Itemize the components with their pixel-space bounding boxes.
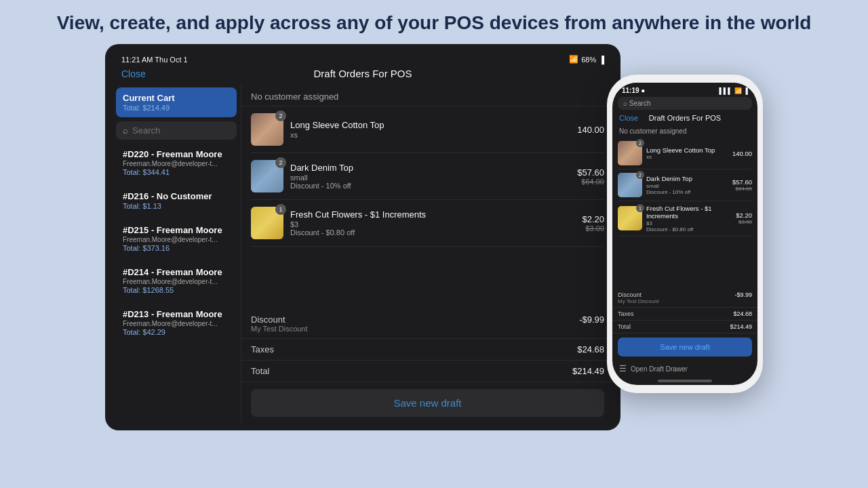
item-discount-label: Discount - 10% off <box>290 182 570 190</box>
menu-icon: ☰ <box>619 364 627 373</box>
item-original-price: $3.00 <box>582 224 604 232</box>
phone-total-value: $214.49 <box>730 323 752 330</box>
item-image-wrap: 2 <box>251 160 283 192</box>
phone-item-img-wrap: 2 <box>618 173 642 197</box>
item-price: 140.00 <box>577 125 604 135</box>
tablet-sidebar: Current Cart Total: $214.49 ⌕ #D220 - Fr… <box>112 85 241 424</box>
phone-discount-sub: My Test Discount <box>618 298 659 304</box>
phone-item-badge: 2 <box>636 171 644 179</box>
sidebar-item-total: Total: $1268.55 <box>123 286 230 294</box>
sidebar-item-email: Freeman.Moore@developer-t... <box>123 160 230 167</box>
sidebar-item-name: #D220 - Freeman Moore <box>123 149 230 159</box>
sidebar-item-name: #D214 - Freeman Moore <box>123 267 230 277</box>
item-name: Fresh Cut Flowers - $1 Increments <box>290 209 575 220</box>
phone-item-details: Long Sleeve Cotton Top xs <box>646 146 728 160</box>
search-icon: ⌕ <box>123 125 128 136</box>
phone-item-original-price: $64.00 <box>732 186 752 192</box>
phone-save-new-draft-button[interactable]: Save new draft <box>618 338 752 357</box>
phone-title: Draft Orders For POS <box>649 114 721 122</box>
wifi-icon: 📶 <box>569 55 578 64</box>
tablet-close-button[interactable]: Close <box>121 68 146 79</box>
tablet-status-bar: 11:21 AM Thu Oct 1 📶 68% ▐ <box>112 51 614 66</box>
sidebar-item-name: Current Cart <box>123 93 230 103</box>
sidebar-item-name: #D213 - Freeman Moore <box>123 309 230 319</box>
sidebar-item-d213[interactable]: #D213 - Freeman Moore Freeman.Moore@deve… <box>116 304 237 342</box>
list-item: 1 Fresh Cut Flowers - $1 Increments $3 D… <box>618 201 752 237</box>
taxes-value: $24.68 <box>577 344 604 354</box>
discount-value: -$9.99 <box>579 314 604 333</box>
item-details: Dark Denim Top small Discount - 10% off <box>290 163 570 190</box>
search-icon: ⌕ <box>623 100 629 107</box>
phone-close-button[interactable]: Close <box>619 114 638 122</box>
phone-discount-row: Discount My Test Discount -$9.99 <box>612 289 757 308</box>
item-image-wrap: 1 <box>251 207 283 239</box>
taxes-row: Taxes $24.68 <box>241 339 614 361</box>
discount-row: Discount My Test Discount -$9.99 <box>241 309 614 339</box>
tablet-title: Draft Orders For POS <box>313 68 412 79</box>
sidebar-item-total: Total: $344.41 <box>123 168 230 176</box>
sidebar-item-d215[interactable]: #D215 - Freeman Moore Freeman.Moore@deve… <box>116 220 237 258</box>
tablet-screen: 11:21 AM Thu Oct 1 📶 68% ▐ Close Draft O… <box>112 51 614 424</box>
sidebar-item-total: Total: $42.29 <box>123 328 230 336</box>
phone-item-variant: xs <box>646 154 728 160</box>
total-label: Total <box>251 366 269 376</box>
tablet-content: Current Cart Total: $214.49 ⌕ #D220 - Fr… <box>112 85 614 424</box>
item-variant: xs <box>290 131 570 139</box>
phone-item-badge: 1 <box>636 204 644 212</box>
phone-item-price: 140.00 <box>732 150 752 157</box>
tablet-status-right: 📶 68% ▐ <box>569 55 604 64</box>
list-item: 2 Dark Denim Top small Discount - 10% of… <box>618 169 752 201</box>
sidebar-item-total: Total: $373.16 <box>123 244 230 252</box>
item-name: Long Sleeve Cotton Top <box>290 120 570 130</box>
phone-search-placeholder: Search <box>629 100 651 107</box>
sidebar-item-current-cart[interactable]: Current Cart Total: $214.49 <box>116 87 237 117</box>
phone-item-details: Fresh Cut Flowers - $1 Increments $3 Dis… <box>646 205 732 232</box>
phone-item-name: Dark Denim Top <box>646 175 728 182</box>
sidebar-item-email: Freeman.Moore@developer-t... <box>123 236 230 243</box>
headline: View, create, and apply across any of yo… <box>0 0 868 41</box>
phone-item-variant: small <box>646 183 728 189</box>
item-discount-label: Discount - $0.80 off <box>290 228 575 237</box>
phone-item-details: Dark Denim Top small Discount - 10% off <box>646 175 728 195</box>
sidebar-search-box[interactable]: ⌕ <box>116 121 237 140</box>
phone-time: 11:19 ● <box>622 87 645 94</box>
phone-customer-label: No customer assigned <box>612 125 757 138</box>
phone-taxes-label: Taxes <box>618 310 634 317</box>
sidebar-item-d220[interactable]: #D220 - Freeman Moore Freeman.Moore@deve… <box>116 144 237 182</box>
item-details: Long Sleeve Cotton Top xs <box>290 120 570 139</box>
search-input[interactable] <box>132 125 230 136</box>
discount-sub: My Test Discount <box>251 325 308 333</box>
table-row: 2 Dark Denim Top small Discount - 10% of… <box>251 153 604 200</box>
phone-screen: 11:19 ● ▌▌▌ 📶 ▐ ⌕ Search Close Draft Ord… <box>612 83 757 385</box>
item-details: Fresh Cut Flowers - $1 Increments $3 Dis… <box>290 209 575 237</box>
phone-item-badge: 2 <box>636 139 644 147</box>
phone-title-bar: Close Draft Orders For POS <box>612 111 757 125</box>
phone-item-discount: Discount - 10% off <box>646 189 728 195</box>
phone-taxes-value: $24.68 <box>733 310 752 317</box>
item-price: $57.60 <box>577 167 604 178</box>
list-item: 2 Long Sleeve Cotton Top xs 140.00 <box>618 138 752 169</box>
phone-drawer-row[interactable]: ☰ Open Draft Drawer <box>612 361 757 377</box>
sidebar-item-d216[interactable]: #D216 - No Customer Total: $1.13 <box>116 186 237 216</box>
item-price: $2.20 <box>582 214 604 224</box>
sidebar-item-d214[interactable]: #D214 - Freeman Moore Freeman.Moore@deve… <box>116 262 237 300</box>
phone-item-name: Fresh Cut Flowers - $1 Increments <box>646 205 732 220</box>
phone-status-icons: ▌▌▌ 📶 ▐ <box>719 87 748 94</box>
phone-item-img-wrap: 1 <box>618 206 642 230</box>
item-quantity-badge: 2 <box>275 157 286 168</box>
item-variant: $3 <box>290 220 575 228</box>
item-variant: small <box>290 174 570 182</box>
phone-search-bar[interactable]: ⌕ Search <box>618 97 752 110</box>
phone-item-variant: $3 <box>646 220 732 226</box>
phone-item-discount: Discount - $0.80 off <box>646 226 732 232</box>
total-row: Total $214.49 <box>241 361 614 382</box>
battery-icon: ▐ <box>744 87 748 94</box>
save-new-draft-button[interactable]: Save new draft <box>251 389 604 417</box>
phone-item-name: Long Sleeve Cotton Top <box>646 146 728 154</box>
sidebar-item-email: Freeman.Moore@developer-t... <box>123 278 230 285</box>
sidebar-item-total: Total: $214.49 <box>123 104 230 112</box>
item-quantity-badge: 1 <box>275 204 286 215</box>
discount-label: Discount <box>251 314 308 325</box>
phone-item-price: $57.60 <box>732 178 752 186</box>
phone-taxes-row: Taxes $24.68 <box>612 308 757 321</box>
